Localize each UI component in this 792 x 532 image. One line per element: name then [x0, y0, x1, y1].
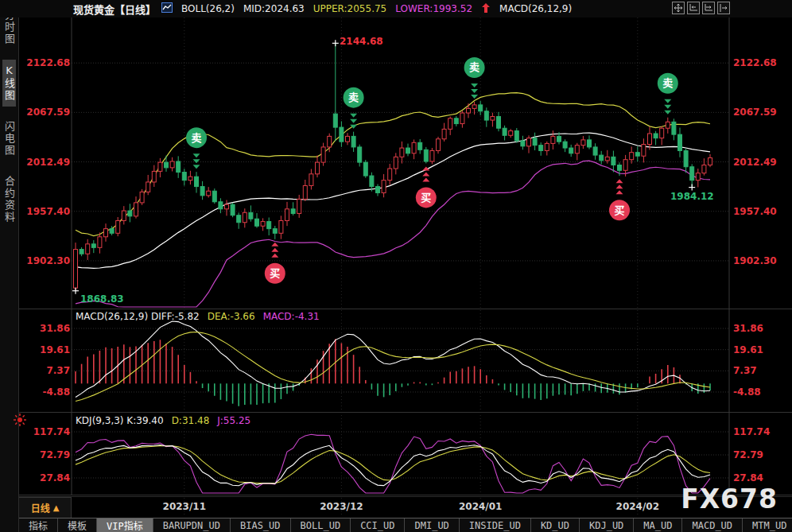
- candles-layer: [74, 43, 712, 290]
- indicator-tab-bar: 指标模板VIP指标BARUPDN_UDBIAS_UDBOLL_UDCCI_UDD…: [19, 518, 792, 532]
- kdj-axis-label: 27.84: [24, 472, 70, 483]
- indicator-tab[interactable]: 模板: [57, 518, 96, 532]
- price-axis-label: 2012.49: [24, 157, 70, 168]
- chart-toolbar: [672, 2, 730, 14]
- svg-text:买: 买: [421, 192, 431, 204]
- indicator-tab[interactable]: CCI_UD: [350, 518, 404, 532]
- svg-text:买: 买: [614, 204, 624, 216]
- sell-signal-marker: 卖: [186, 127, 207, 169]
- line-chart-icon: [161, 2, 173, 15]
- up-arrow-icon: [481, 2, 491, 16]
- sidebar-item-lightning[interactable]: 闪电图: [2, 116, 16, 161]
- buy-signal-marker: 买: [609, 179, 630, 220]
- macd-macd-value: MACD:-4.31: [263, 311, 320, 322]
- low-start-annotation: 1868.83: [80, 293, 124, 305]
- kdj-axis-label: 72.79: [24, 449, 70, 460]
- watermark: FX678: [681, 486, 778, 512]
- kdj-layer: [76, 434, 710, 493]
- period-label: 日线: [31, 501, 50, 515]
- svg-text:卖: 卖: [469, 61, 479, 73]
- price-axis-label: 2067.59: [24, 107, 70, 118]
- indicator-tab[interactable]: VIP指标: [96, 518, 153, 532]
- kdj-j-value: J:55.25: [217, 415, 250, 426]
- macd-axis-label: 19.61: [733, 344, 763, 355]
- date-axis-label: 2024/01: [455, 501, 506, 512]
- date-axis-label: 2023/11: [159, 501, 210, 512]
- macd-axis-label: -4.88: [733, 386, 761, 398]
- boll-lower-value: LOWER:1993.52: [395, 3, 472, 14]
- crosshair-icon[interactable]: [672, 2, 685, 14]
- shift-axis-left-icon[interactable]: [687, 2, 700, 14]
- indicator-tab[interactable]: MTM_UD: [742, 518, 792, 532]
- price-axis-label: 1902.30: [24, 255, 70, 266]
- kdj-d-value: D:31.48: [172, 415, 210, 426]
- sell-signal-marker: 卖: [464, 57, 485, 99]
- price-axis-label: 2122.68: [24, 57, 70, 68]
- sidebar-item-kline[interactable]: K线图: [2, 60, 16, 107]
- macd-axis-label: 7.37: [24, 365, 70, 376]
- indicator-tab[interactable]: KD_UD: [530, 518, 579, 532]
- chart-type-sidebar: 分时图 K线图 闪电图 合约资料: [0, 0, 19, 532]
- sell-signal-marker: 卖: [344, 87, 364, 129]
- macd-axis-label: 7.37: [733, 365, 757, 376]
- date-axis-label: 2023/12: [316, 501, 367, 512]
- indicator-tab[interactable]: BARUPDN_UD: [153, 518, 230, 532]
- svg-text:卖: 卖: [348, 91, 359, 103]
- kdj-k-value: KDJ(9,3,3) K:39.40: [76, 415, 164, 426]
- indicator-tab[interactable]: DMI_UD: [404, 518, 458, 532]
- shift-axis-right-icon[interactable]: [702, 2, 715, 14]
- indicator-tab[interactable]: MACD_UD: [681, 518, 742, 532]
- macd-diff-value: MACD(26,12,9) DIFF:-5.82: [76, 311, 200, 322]
- price-axis-label: 1902.30: [733, 255, 777, 266]
- indicator-tab[interactable]: MA_UD: [633, 518, 681, 532]
- svg-text:卖: 卖: [191, 132, 201, 144]
- kdj-axis-label: 72.79: [733, 449, 763, 460]
- low-end-annotation: 1984.12: [670, 191, 714, 202]
- chart-canvas: 卖买卖买卖买卖: [0, 0, 792, 532]
- svg-text:买: 买: [270, 267, 280, 279]
- boll-bands-layer: [76, 93, 710, 307]
- indicator-tab[interactable]: BOLL_UD: [290, 518, 351, 532]
- instrument-title: 现货黄金【日线】: [73, 2, 156, 17]
- sell-signal-marker: 卖: [658, 73, 678, 115]
- macd-dea-value: DEA:-3.66: [208, 311, 255, 322]
- trading-chart-window: { "header": { "title": "现货黄金【日线】", "boll…: [0, 0, 792, 532]
- price-axis-label: 2067.59: [733, 107, 777, 118]
- indicator-tab[interactable]: INSIDE_UD: [459, 518, 530, 532]
- triangle-up-icon: ▲: [53, 503, 60, 512]
- macd-label: MACD(26,12,9): [499, 3, 572, 14]
- svg-text:卖: 卖: [662, 77, 673, 89]
- kdj-axis-label: 117.74: [24, 426, 70, 437]
- boll-upper-value: UPPER:2055.75: [313, 3, 386, 14]
- kdj-axis-label: 27.84: [733, 472, 763, 483]
- macd-axis-label: 19.61: [24, 344, 70, 355]
- macd-axis-label: -4.88: [24, 386, 70, 398]
- date-row-divider: [19, 496, 792, 497]
- indicator-tab[interactable]: 指标: [19, 518, 57, 532]
- buy-signal-marker: 买: [265, 243, 285, 284]
- macd-axis-label: 31.86: [733, 323, 763, 334]
- boll-mid-value: MID:2024.63: [243, 3, 305, 14]
- indicator-tab[interactable]: KDJ_UD: [579, 518, 633, 532]
- kdj-panel-header: KDJ(9,3,3) K:39.40 D:31.48 J:55.25: [76, 415, 250, 426]
- pan-right-icon[interactable]: [717, 2, 730, 14]
- price-axis-label: 1957.40: [733, 206, 777, 217]
- macd-layer: [76, 321, 710, 406]
- macd-axis-label: 31.86: [24, 323, 70, 334]
- high-price-annotation: 2144.68: [340, 36, 383, 47]
- kdj-axis-label: 117.74: [733, 426, 770, 437]
- price-axis-label: 2122.68: [733, 57, 777, 68]
- price-axis-label: 1957.40: [24, 206, 70, 217]
- macd-panel-header: MACD(26,12,9) DIFF:-5.82 DEA:-3.66 MACD:…: [76, 311, 320, 322]
- period-selector[interactable]: 日线 ▲: [19, 497, 72, 518]
- indicator-tab[interactable]: BIAS_UD: [230, 518, 290, 532]
- price-axis-label: 2012.49: [733, 157, 777, 168]
- date-axis-label: 2024/02: [612, 501, 663, 512]
- alert-burst-icon[interactable]: [13, 413, 27, 427]
- boll-label: BOLL(26,2): [181, 3, 235, 14]
- sidebar-item-contract-info[interactable]: 合约资料: [2, 171, 16, 228]
